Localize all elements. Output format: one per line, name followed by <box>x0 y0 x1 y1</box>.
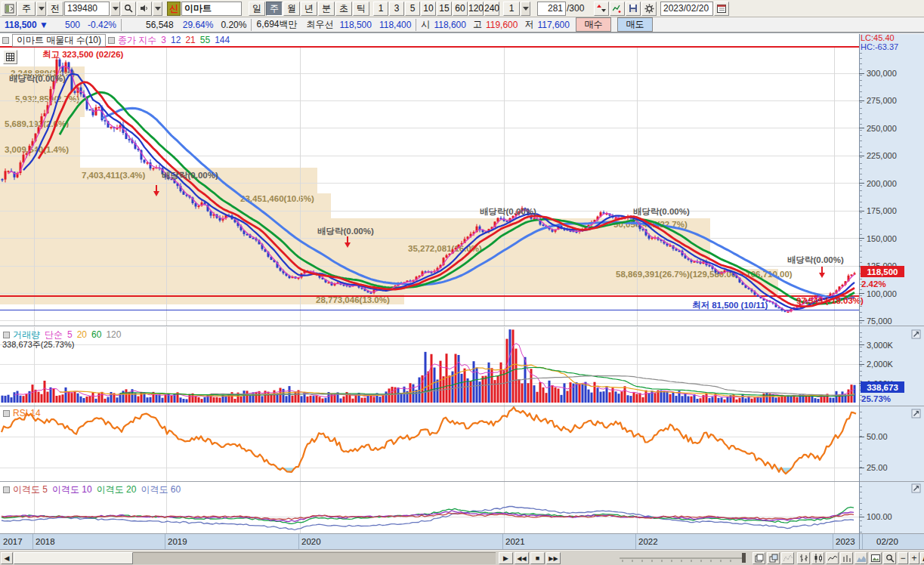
chart-style-area-icon[interactable] <box>854 552 867 564</box>
save-icon[interactable] <box>626 2 641 16</box>
svg-text:97,549 (-18.03%): 97,549 (-18.03%) <box>796 296 864 305</box>
svg-text:200,000: 200,000 <box>867 179 897 188</box>
svg-text:2,000K: 2,000K <box>867 360 894 369</box>
prev-stock-button[interactable]: 전 <box>47 2 63 16</box>
minute-combo-arrow-icon[interactable] <box>521 2 530 16</box>
date-input[interactable]: 2023/02/20 <box>660 2 713 16</box>
minute-button-5[interactable]: 5 <box>405 2 420 16</box>
minute-button-120[interactable]: 120 <box>468 2 484 16</box>
section-marker-icon <box>108 37 115 44</box>
high-price: 119,600 <box>486 20 518 30</box>
volume-profile-grid-icon[interactable] <box>3 50 17 64</box>
svg-text:HC:-63.37: HC:-63.37 <box>861 42 898 51</box>
bar-width-slider[interactable] <box>618 552 750 564</box>
zoom-out-button[interactable]: − <box>898 552 908 564</box>
pane-expand-icon[interactable] <box>912 409 920 418</box>
volume-profile-title[interactable]: 이마트 매물대 수(10) <box>12 34 106 47</box>
period-button-년[interactable]: 년 <box>301 2 317 16</box>
buy-button[interactable]: 매수 <box>576 17 611 32</box>
svg-text:300,000: 300,000 <box>867 69 897 78</box>
rewind-button[interactable]: ◀◀ <box>515 552 529 564</box>
sell-button[interactable]: 매도 <box>617 17 653 32</box>
price-change: 500 <box>65 20 80 30</box>
legend-part: 단순 <box>45 329 63 340</box>
period-button-월[interactable]: 월 <box>283 2 300 16</box>
period-button-일[interactable]: 일 <box>249 2 265 16</box>
chart-scrollbar[interactable] <box>14 552 496 564</box>
svg-text:최저 81,500 (10/11): 최저 81,500 (10/11) <box>692 301 768 310</box>
svg-text:배당락(0.00%): 배당락(0.00%) <box>787 255 844 264</box>
stop-button[interactable]: ■ <box>530 552 545 564</box>
volume-value: 56,548 <box>146 20 174 30</box>
legend-part: 거래량 <box>13 329 40 340</box>
settings-gear-icon[interactable] <box>641 2 657 16</box>
period-combo-arrow-icon[interactable] <box>36 2 46 16</box>
legend-part: 이격도 60 <box>141 484 181 495</box>
toolbar: 주 전 139480 신 이마트 일주월년분초틱 135101560120240… <box>0 0 924 17</box>
minute-button-240[interactable]: 240 <box>484 2 499 16</box>
svg-text:2.42%: 2.42% <box>861 279 886 289</box>
minute-button-10[interactable]: 10 <box>421 2 436 16</box>
window-switch-icon[interactable] <box>2 2 17 16</box>
svg-text:2022: 2022 <box>638 537 658 546</box>
svg-text:175,000: 175,000 <box>867 206 897 215</box>
legend-part: 이격도 20 <box>97 484 137 495</box>
stock-code-combo-arrow-icon[interactable] <box>110 2 120 16</box>
chart-style-bar-icon[interactable] <box>840 552 853 564</box>
high-label: 고 <box>473 18 482 31</box>
period-button-초[interactable]: 초 <box>335 2 352 16</box>
svg-text:배당락(0.00%): 배당락(0.00%) <box>317 227 374 236</box>
play-button[interactable]: ▶ <box>499 552 513 564</box>
export-image-icon[interactable] <box>869 552 882 564</box>
pane-expand-icon[interactable] <box>912 330 920 338</box>
disparity-legend[interactable]: 이격도 5이격도 10이격도 20이격도 60 <box>13 483 185 496</box>
period-button-주[interactable]: 주 <box>266 2 283 16</box>
svg-text:100,000: 100,000 <box>867 289 897 298</box>
slider-handle[interactable] <box>742 553 746 563</box>
svg-text:5,689,193(2.6%): 5,689,193(2.6%) <box>5 119 69 128</box>
period-combo-value[interactable]: 주 <box>17 2 36 16</box>
minute-button-3[interactable]: 3 <box>389 2 404 16</box>
minute-combo-value[interactable]: 1 <box>503 2 520 16</box>
svg-text:3,000K: 3,000K <box>867 341 894 350</box>
chart-style-line-icon[interactable] <box>826 552 839 564</box>
period-button-틱[interactable]: 틱 <box>353 2 369 16</box>
scroll-left-button[interactable]: ◀ <box>1 552 13 564</box>
open-price: 118,600 <box>434 20 466 30</box>
legend-part: 종가 지수 <box>118 35 156 45</box>
svg-text:최고 323,500 (02/26): 최고 323,500 (02/26) <box>42 50 124 59</box>
svg-text:2021: 2021 <box>505 537 525 546</box>
minute-button-60[interactable]: 60 <box>453 2 468 16</box>
chart-canvas[interactable]: 2,248,889(1.0%)5,932,859(2.7%)5,689,193(… <box>0 0 924 565</box>
sound-button[interactable] <box>137 2 152 16</box>
chart-style-candle-icon[interactable] <box>811 552 824 564</box>
chart-style-tick-icon[interactable] <box>797 552 810 564</box>
volume-ratio: 29.64% <box>183 20 214 30</box>
fast-forward-button[interactable]: ▶▶ <box>546 552 561 564</box>
minute-button-1[interactable]: 1 <box>373 2 388 16</box>
compare-chart-icon[interactable] <box>594 2 609 16</box>
period-button-분[interactable]: 분 <box>318 2 335 16</box>
add-indicator-icon[interactable] <box>610 2 625 16</box>
zoom-in-button[interactable]: + <box>909 552 919 564</box>
stock-code-input[interactable]: 139480 <box>64 2 110 16</box>
pane-expand-icon[interactable] <box>912 484 920 492</box>
copy-window-icon[interactable] <box>752 552 765 564</box>
rsi-legend[interactable]: RSI 14 <box>13 408 41 418</box>
pattern-tool-icon[interactable] <box>781 552 794 564</box>
search-button[interactable] <box>121 2 136 16</box>
auto-scale-button[interactable]: A <box>920 552 924 564</box>
calendar-icon[interactable] <box>714 2 729 16</box>
zoom-tool-icon[interactable] <box>883 552 896 564</box>
svg-text:25.00: 25.00 <box>867 463 888 472</box>
minute-button-15[interactable]: 15 <box>437 2 452 16</box>
legend-part: 144 <box>215 35 230 45</box>
bar-count-input[interactable]: 281 <box>537 2 566 16</box>
sound-combo-arrow-icon[interactable] <box>153 2 162 16</box>
svg-text:150,000: 150,000 <box>867 234 897 243</box>
cascade-window-icon[interactable] <box>767 552 780 564</box>
chart-scrollbar-thumb[interactable] <box>14 552 133 564</box>
price-ma-legend[interactable]: 종가 지수3122155144 <box>118 34 234 47</box>
stock-name-field[interactable]: 이마트 <box>181 2 242 16</box>
svg-text:배당락(0.00%): 배당락(0.00%) <box>633 207 690 216</box>
